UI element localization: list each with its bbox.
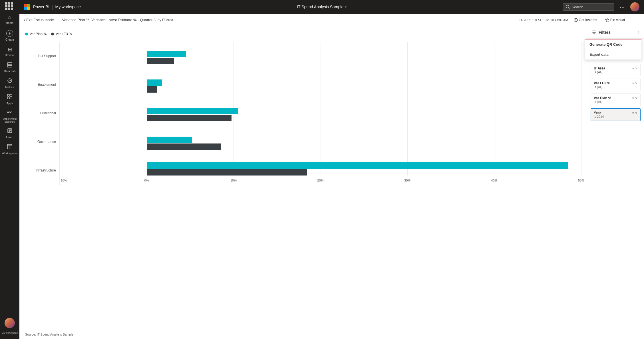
svg-rect-1 — [7, 64, 12, 65]
sidebar-item-label: Data hub — [4, 70, 16, 73]
svg-point-13 — [566, 5, 569, 8]
title-caret-icon: ▾ — [345, 5, 347, 9]
svg-point-10 — [11, 112, 12, 113]
bar-wrapper-teal — [60, 51, 581, 57]
y-axis-labels: BU Support Enablement Functional Governa… — [25, 42, 59, 185]
sidebar-item-metrics[interactable]: Metrics — [0, 75, 19, 91]
sidebar-item-workspaces[interactable]: Workspaces — [0, 141, 19, 157]
workspace-label: My workspace — [55, 5, 81, 9]
sidebar-item-myworkspace[interactable]: My workspace — [0, 316, 19, 337]
user-avatar[interactable] — [630, 2, 639, 11]
legend-item-dark: Var LE3 % — [51, 32, 72, 36]
browse-icon: ⊞ — [8, 46, 12, 53]
svg-rect-2 — [7, 66, 12, 67]
export-data-item[interactable]: Export data — [585, 49, 641, 59]
sidebar-item-label: Metrics — [5, 86, 14, 89]
sidebar-item-datahub[interactable]: Data hub — [0, 59, 19, 75]
sidebar-item-home[interactable]: ⌂ Home — [0, 11, 19, 27]
get-insights-button[interactable]: Get Insights — [571, 17, 599, 23]
filter-edit-icon[interactable]: ✎ — [635, 67, 637, 70]
apps-icon — [7, 94, 12, 101]
subheader: ‹ Exit Focus mode | Variance Plan %, Var… — [19, 14, 644, 26]
sidebar-item-label: Home — [6, 21, 14, 25]
grid-menu-icon[interactable] — [5, 2, 14, 11]
avatar[interactable] — [5, 318, 15, 328]
more-options-button[interactable]: ··· — [617, 3, 627, 11]
svg-point-15 — [575, 21, 576, 21]
brand-divider: | — [52, 4, 53, 10]
chart-area: Var Plan % Var LE3 % BU Support Enableme… — [19, 26, 587, 339]
bar-busupport-dark — [147, 58, 174, 64]
filter-edit-icon[interactable]: ✎ — [635, 97, 637, 100]
filters-header: Filters › — [587, 26, 644, 39]
topbar: Power BI | My workspace IT Spend Analysi… — [19, 0, 644, 14]
x-label-40: 40% — [491, 179, 497, 182]
x-label-neg10: -10% — [60, 179, 67, 182]
legend-dot-teal — [25, 33, 28, 35]
topbar-title-section: IT Spend Analysis Sample ▾ — [84, 5, 559, 9]
learn-icon — [7, 128, 12, 135]
svg-point-8 — [7, 112, 9, 113]
filter-item-varplan[interactable]: Var Plan % ∨ ✎ is (All) — [591, 93, 641, 106]
visual-more-button[interactable]: ··· — [631, 16, 639, 24]
filter-caret-icon[interactable]: ∨ — [632, 111, 634, 115]
svg-rect-0 — [7, 63, 12, 64]
subheader-divider: | — [57, 17, 59, 23]
sidebar-item-label: Browse — [5, 54, 14, 57]
y-label-governance: Governance — [25, 127, 56, 156]
search-label: Search — [571, 5, 583, 9]
search-button[interactable]: Search — [563, 3, 614, 11]
pin-visual-button[interactable]: Pin visual — [603, 17, 627, 23]
subheader-actions: LAST REFRESH: Tue 10:41:06 AM Get Insigh… — [519, 16, 639, 24]
home-icon: ⌂ — [8, 14, 11, 20]
generate-qr-code-item[interactable]: Generate QR Code — [585, 39, 641, 49]
bar-group-functional — [60, 102, 581, 127]
context-menu-dropdown: Generate QR Code Export data — [585, 39, 642, 60]
x-label-30: 30% — [404, 179, 410, 182]
y-label-infrastructure: Infrastructure — [25, 156, 56, 185]
metrics-icon — [7, 78, 12, 85]
legend-label-dark: Var LE3 % — [56, 32, 72, 36]
datahub-icon — [7, 62, 12, 69]
sidebar-item-apps[interactable]: Apps — [0, 91, 19, 107]
filter-item-itarea[interactable]: IT Area ∨ ✎ is (All) — [591, 64, 641, 76]
filters-panel: Filters › Filters on this visual ··· IT … — [587, 26, 644, 339]
sidebar-item-learn[interactable]: Learn — [0, 125, 19, 141]
chart-legend: Var Plan % Var LE3 % — [25, 32, 581, 36]
x-axis: -10% 0% 10% 20% 30% 40% 50% — [60, 176, 581, 185]
filter-caret-icon[interactable]: ∨ — [632, 67, 634, 70]
filter-value: is 2014 — [594, 115, 637, 118]
filter-item-year[interactable]: Year ∨ ✎ is 2014 — [591, 108, 641, 121]
svg-rect-6 — [7, 97, 9, 99]
y-label-busupport: BU Support — [25, 42, 56, 70]
filter-item-varle3[interactable]: Var LE3 % ∨ ✎ is (All) — [591, 79, 641, 91]
chart-title-text: Variance Plan %, Variance Latest Estimat… — [62, 18, 156, 22]
sidebar-item-browse[interactable]: ⊞ Browse — [0, 43, 19, 59]
filter-name: Year — [594, 111, 601, 115]
bar-governance-teal — [147, 137, 192, 143]
report-title-button[interactable]: IT Spend Analysis Sample ▾ — [297, 5, 347, 9]
filter-icon — [592, 30, 596, 35]
bar-group-enablement — [60, 73, 581, 99]
main-content: Power BI | My workspace IT Spend Analysi… — [19, 0, 644, 339]
filter-edit-icon[interactable]: ✎ — [635, 82, 637, 85]
back-arrow-icon: ‹ — [24, 18, 25, 22]
sidebar-item-label: Deployment pipelines — [1, 117, 18, 123]
sidebar-item-label: Create — [5, 38, 14, 41]
chart-visualization: BU Support Enablement Functional Governa… — [25, 42, 581, 185]
filter-caret-icon[interactable]: ∨ — [632, 82, 634, 85]
filter-item-header: Var Plan % ∨ ✎ — [594, 96, 637, 100]
filter-edit-icon[interactable]: ✎ — [635, 111, 637, 115]
sidebar-item-create[interactable]: + Create — [0, 27, 19, 43]
filter-caret-icon[interactable]: ∨ — [632, 97, 634, 100]
bar-governance-dark — [147, 143, 221, 150]
sidebar-item-deployment[interactable]: Deployment pipelines — [0, 107, 19, 125]
filters-collapse-button[interactable]: › — [638, 30, 639, 35]
exit-focus-button[interactable]: ‹ Exit Focus mode — [24, 18, 54, 22]
bar-infrastructure-teal — [147, 162, 568, 169]
filter-controls: ∨ ✎ — [632, 97, 637, 100]
bar-functional-teal — [147, 108, 238, 114]
bar-infrastructure-dark — [147, 169, 307, 176]
sidebar: ⌂ Home + Create ⊞ Browse Data hub Metric… — [0, 0, 19, 339]
legend-dot-dark — [51, 33, 54, 35]
